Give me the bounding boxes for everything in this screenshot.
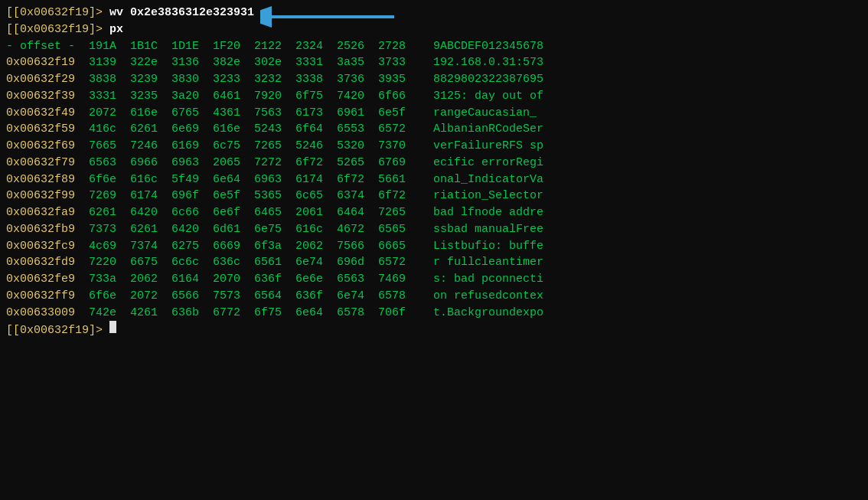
table-row: 0x00632fc9 4c69 7374 6275 6669 6f3a 2062… xyxy=(6,238,862,255)
px-command: px xyxy=(109,21,123,38)
row-address: 0x00632f79 xyxy=(6,155,75,172)
row-hex: 7665 7246 6169 6c75 7265 5246 5320 7370 xyxy=(75,138,419,155)
table-row: 0x00632f29 3838 3239 3830 3233 3232 3338… xyxy=(6,71,862,88)
row-address: 0x00632fa9 xyxy=(6,204,75,221)
row-ascii: rangeCaucasian_ xyxy=(419,105,537,122)
table-row: 0x00632fd9 7220 6675 6c6c 636c 6561 6e74… xyxy=(6,254,862,271)
table-row: 0x00632f99 7269 6174 696f 6e5f 5365 6c65… xyxy=(6,188,862,204)
wv-command: wv 0x2e3836312e323931 xyxy=(109,5,254,21)
row-ascii: riation_Selector xyxy=(419,188,543,204)
table-row: 0x00632f79 6563 6966 6963 2065 7272 6f72… xyxy=(6,155,862,172)
row-address: 0x00632f19 xyxy=(6,54,75,71)
row-hex: 6f6e 616c 5f49 6e64 6963 6174 6f72 5661 xyxy=(75,172,419,188)
table-row: 0x00632fa9 6261 6420 6c66 6e6f 6465 2061… xyxy=(6,204,862,221)
hex-header: - offset - 191A 1B1C 1D1E 1F20 2122 2324… xyxy=(6,38,862,55)
prompt-1: [[0x00632f19]> xyxy=(6,5,109,21)
row-hex: 3139 322e 3136 382e 302e 3331 3a35 3733 xyxy=(75,54,419,71)
row-hex: 3838 3239 3830 3233 3232 3338 3736 3935 xyxy=(75,71,419,88)
table-row: 0x00632f39 3331 3235 3a20 6461 7920 6f75… xyxy=(6,88,862,105)
row-address: 0x00632f89 xyxy=(6,172,75,188)
row-address: 0x00632f49 xyxy=(6,105,75,122)
row-ascii: verFailureRFS sp xyxy=(419,138,543,155)
row-address: 0x00632f99 xyxy=(6,188,75,204)
row-ascii: t.Backgroundexpo xyxy=(419,305,543,322)
row-hex: 7373 6261 6420 6d61 6e75 616c 4672 6565 xyxy=(75,221,419,238)
table-row: 0x00632f69 7665 7246 6169 6c75 7265 5246… xyxy=(6,138,862,155)
row-ascii: 8829802322387695 xyxy=(419,71,543,88)
table-row: 0x00632ff9 6f6e 2072 6566 7573 6564 636f… xyxy=(6,288,862,305)
row-address: 0x00632fd9 xyxy=(6,254,75,271)
row-address: 0x00632fb9 xyxy=(6,221,75,238)
row-hex: 3331 3235 3a20 6461 7920 6f75 7420 6f66 xyxy=(75,88,419,105)
row-address: 0x00632f39 xyxy=(6,88,75,105)
row-address: 0x00632f59 xyxy=(6,121,75,138)
row-hex: 742e 4261 636b 6772 6f75 6e64 6578 706f xyxy=(75,305,419,322)
row-hex: 733a 2062 6164 2070 636f 6e6e 6563 7469 xyxy=(75,271,419,288)
row-ascii: 192.168.0.31:573 xyxy=(419,54,543,71)
row-address: 0x00632f69 xyxy=(6,138,75,155)
row-hex: 6563 6966 6963 2065 7272 6f72 5265 6769 xyxy=(75,155,419,172)
row-address: 0x00632fc9 xyxy=(6,238,75,255)
row-hex: 7220 6675 6c6c 636c 6561 6e74 696d 6572 xyxy=(75,254,419,271)
row-ascii: ecific errorRegi xyxy=(419,155,543,172)
row-ascii: onal_IndicatorVa xyxy=(419,172,543,188)
row-ascii: 3125: day out of xyxy=(419,88,543,105)
final-prompt: [[0x00632f19]> xyxy=(6,322,109,339)
table-row: 0x00632fb9 7373 6261 6420 6d61 6e75 616c… xyxy=(6,221,862,238)
table-row: 0x00633009 742e 4261 636b 6772 6f75 6e64… xyxy=(6,305,862,322)
row-address: 0x00633009 xyxy=(6,305,75,322)
row-hex: 416c 6261 6e69 616e 5243 6f64 6553 6572 xyxy=(75,121,419,138)
row-address: 0x00632ff9 xyxy=(6,288,75,305)
row-address: 0x00632fe9 xyxy=(6,271,75,288)
hex-data-rows: 0x00632f19 3139 322e 3136 382e 302e 3331… xyxy=(6,54,862,321)
row-ascii: on refusedcontex xyxy=(419,288,543,305)
table-row: 0x00632fe9 733a 2062 6164 2070 636f 6e6e… xyxy=(6,271,862,288)
terminal-window: [[0x00632f19]> wv 0x2e3836312e323931 [[0… xyxy=(0,0,868,500)
px-command-line: [[0x00632f19]> px xyxy=(6,21,862,38)
row-ascii: Listbufio: buffe xyxy=(419,238,543,255)
row-ascii: r fullcleantimer xyxy=(419,254,543,271)
table-row: 0x00632f49 2072 616e 6765 4361 7563 6173… xyxy=(6,105,862,122)
table-row: 0x00632f89 6f6e 616c 5f49 6e64 6963 6174… xyxy=(6,172,862,188)
table-row: 0x00632f19 3139 322e 3136 382e 302e 3331… xyxy=(6,54,862,71)
row-hex: 7269 6174 696f 6e5f 5365 6c65 6374 6f72 xyxy=(75,188,419,204)
table-row: 0x00632f59 416c 6261 6e69 616e 5243 6f64… xyxy=(6,121,862,138)
row-ascii: s: bad pconnecti xyxy=(419,271,543,288)
row-hex: 2072 616e 6765 4361 7563 6173 6961 6e5f xyxy=(75,105,419,122)
row-ascii: bad lfnode addre xyxy=(419,204,543,221)
arrow-icon xyxy=(260,3,398,31)
row-hex: 6f6e 2072 6566 7573 6564 636f 6e74 6578 xyxy=(75,288,419,305)
final-prompt-line: [[0x00632f19]> xyxy=(6,321,862,339)
cursor xyxy=(109,321,116,333)
row-ascii: AlbanianRCodeSer xyxy=(419,121,543,138)
row-address: 0x00632f29 xyxy=(6,71,75,88)
header-content: - offset - 191A 1B1C 1D1E 1F20 2122 2324… xyxy=(6,38,543,55)
row-hex: 4c69 7374 6275 6669 6f3a 2062 7566 6665 xyxy=(75,238,419,255)
prompt-2: [[0x00632f19]> xyxy=(6,21,109,38)
row-ascii: ssbad manualFree xyxy=(419,221,543,238)
row-hex: 6261 6420 6c66 6e6f 6465 2061 6464 7265 xyxy=(75,204,419,221)
wv-command-line: [[0x00632f19]> wv 0x2e3836312e323931 xyxy=(6,5,862,21)
